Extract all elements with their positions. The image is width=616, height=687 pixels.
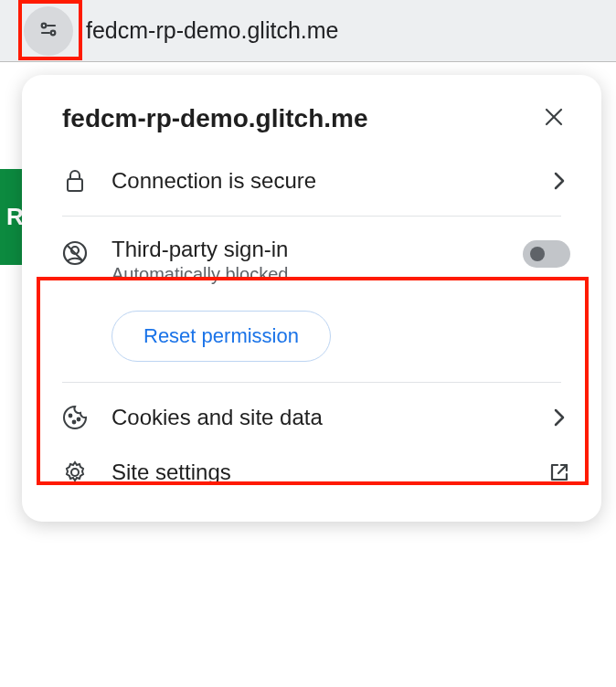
connection-row[interactable]: Connection is secure xyxy=(22,153,601,208)
site-settings-label: Site settings xyxy=(112,460,548,485)
url-text[interactable]: fedcm-rp-demo.glitch.me xyxy=(86,17,338,44)
signin-subtitle: Automatically blocked xyxy=(112,264,523,285)
svg-point-0 xyxy=(42,23,47,27)
divider xyxy=(62,382,561,383)
close-icon xyxy=(544,107,564,131)
cookies-row[interactable]: Cookies and site data xyxy=(22,390,601,445)
close-button[interactable] xyxy=(537,102,570,135)
svg-point-3 xyxy=(51,30,56,35)
cookie-icon xyxy=(62,405,88,430)
reset-button-label: Reset permission xyxy=(143,324,299,347)
svg-point-13 xyxy=(71,469,79,476)
signin-blocked-icon xyxy=(62,240,88,266)
svg-rect-6 xyxy=(68,179,82,191)
svg-point-12 xyxy=(78,418,80,421)
svg-point-11 xyxy=(73,421,76,424)
cookies-label: Cookies and site data xyxy=(112,405,548,430)
connection-label: Connection is secure xyxy=(112,168,548,194)
gear-icon xyxy=(62,460,88,485)
third-party-signin-section: Third-party sign-in Automatically blocke… xyxy=(22,224,601,375)
svg-line-14 xyxy=(558,465,567,473)
address-bar: fedcm-rp-demo.glitch.me xyxy=(0,0,616,62)
site-info-popup: fedcm-rp-demo.glitch.me Connection is se… xyxy=(22,75,601,522)
external-link-icon xyxy=(548,461,570,483)
site-info-button[interactable] xyxy=(24,6,73,56)
chevron-right-icon xyxy=(548,407,570,428)
signin-title: Third-party sign-in xyxy=(112,237,523,262)
popup-header: fedcm-rp-demo.glitch.me xyxy=(22,102,601,153)
popup-title: fedcm-rp-demo.glitch.me xyxy=(62,104,367,133)
toggle-knob xyxy=(530,247,545,261)
tune-icon xyxy=(37,18,59,44)
signin-toggle[interactable] xyxy=(523,240,570,268)
chevron-right-icon xyxy=(548,170,570,192)
site-settings-row[interactable]: Site settings xyxy=(22,445,601,500)
lock-icon xyxy=(62,168,88,194)
divider xyxy=(62,216,561,217)
svg-point-10 xyxy=(69,415,72,417)
reset-permission-button[interactable]: Reset permission xyxy=(112,311,331,362)
